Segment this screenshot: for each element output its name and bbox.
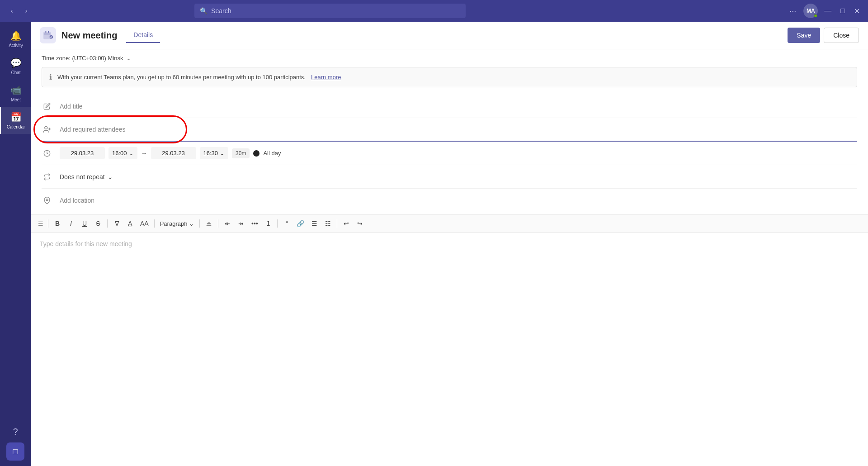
svg-rect-0 <box>44 32 51 39</box>
timezone-selector[interactable]: Time zone: (UTC+03:00) Minsk ⌄ <box>31 49 868 67</box>
indent-increase-button[interactable]: ↠ <box>235 218 247 229</box>
nav-forward-button[interactable]: › <box>20 5 33 17</box>
title-bar-right: ··· MA — □ ✕ <box>786 4 863 18</box>
font-color-button[interactable]: ∇ <box>110 218 123 229</box>
maximize-button[interactable]: □ <box>838 5 848 17</box>
avatar-status-dot <box>814 14 817 18</box>
toolbar-divider-1 <box>107 219 108 228</box>
sidebar-item-label-meet: Meet <box>11 97 21 102</box>
repeat-chevron-icon: ⌄ <box>108 173 113 181</box>
app-body: 🔔 Activity 💬 Chat 📹 Meet 📅 Calendar ? □ <box>0 22 868 466</box>
window-close-button[interactable]: ✕ <box>851 5 863 17</box>
sidebar-item-calendar[interactable]: 📅 Calendar <box>0 107 31 134</box>
start-time-select[interactable]: 16:00 ⌄ <box>108 147 137 159</box>
start-time-chevron: ⌄ <box>129 150 134 157</box>
sidebar-item-meet[interactable]: 📹 Meet <box>0 80 31 107</box>
help-button[interactable]: ? <box>9 423 21 441</box>
editor-toolbar: ☰ B I U S ∇ A̲ AA Paragraph ⌄ <box>31 214 868 233</box>
end-time-value: 16:30 <box>203 150 218 157</box>
attendees-input[interactable] <box>60 124 857 135</box>
svg-rect-1 <box>46 31 47 33</box>
editor-placeholder: Type details for this new meeting <box>40 240 132 247</box>
end-time-select[interactable]: 16:30 ⌄ <box>200 147 229 159</box>
sidebar-item-activity[interactable]: 🔔 Activity <box>0 25 31 52</box>
tab-area: Details <box>126 28 160 43</box>
header-actions: Save Close <box>788 28 859 43</box>
end-date-picker[interactable]: 29.03.23 <box>151 147 196 159</box>
chat-icon: 💬 <box>10 57 22 68</box>
bullets-button[interactable]: ••• <box>248 218 261 229</box>
sidebar-bottom: ? □ <box>0 423 31 461</box>
clock-icon <box>42 150 52 157</box>
learn-more-link[interactable]: Learn more <box>311 74 341 81</box>
title-bar: ‹ › 🔍 ··· MA — □ ✕ <box>0 0 868 22</box>
italic-button[interactable]: I <box>65 218 77 229</box>
toolbar-divider-0 <box>48 219 48 228</box>
indent-decrease-button[interactable]: ↞ <box>221 218 234 229</box>
sidebar-item-label-activity: Activity <box>9 43 23 48</box>
nav-back-button[interactable]: ‹ <box>5 5 18 17</box>
minimize-button[interactable]: — <box>821 5 834 17</box>
paragraph-chevron: ⌄ <box>189 220 194 227</box>
highlight-color-button[interactable] <box>203 219 215 228</box>
start-date-picker[interactable]: 29.03.23 <box>60 147 105 159</box>
title-row <box>42 95 857 118</box>
attendees-icon <box>42 125 52 133</box>
tab-details[interactable]: Details <box>126 28 160 43</box>
toolbar-divider-2 <box>154 219 155 228</box>
editor-area[interactable]: Type details for this new meeting <box>31 233 868 323</box>
svg-rect-2 <box>48 31 49 33</box>
title-input-wrapper <box>60 101 857 112</box>
quote-button[interactable]: “ <box>280 218 293 229</box>
table-button[interactable]: ☷ <box>321 218 334 229</box>
all-day-toggle[interactable] <box>253 150 259 157</box>
meeting-title: New meeting <box>61 30 117 41</box>
toolbar-divider-3 <box>199 219 200 228</box>
pencil-icon <box>42 103 52 110</box>
undo-button[interactable]: ↩ <box>340 218 353 229</box>
font-size-button[interactable]: AA <box>137 218 151 229</box>
search-input[interactable] <box>211 7 460 14</box>
redo-button[interactable]: ↪ <box>354 218 366 229</box>
title-input[interactable] <box>60 101 857 112</box>
location-icon <box>42 197 52 204</box>
meet-icon: 📹 <box>10 85 22 95</box>
date-time-content: 29.03.23 16:00 ⌄ → 29.03.23 16:30 ⌄ 30m <box>60 147 857 159</box>
all-day-label[interactable]: All day <box>263 150 281 157</box>
bold-button[interactable]: B <box>51 218 64 229</box>
location-input[interactable] <box>60 195 857 206</box>
search-icon: 🔍 <box>200 7 208 14</box>
save-button[interactable]: Save <box>788 28 820 43</box>
location-row <box>42 189 857 212</box>
underline-button[interactable]: U <box>78 218 91 229</box>
info-text: With your current Teams plan, you get up… <box>57 74 306 81</box>
sidebar-item-chat[interactable]: 💬 Chat <box>0 52 31 80</box>
repeat-content: Does not repeat ⌄ <box>60 173 857 181</box>
location-input-wrapper <box>60 195 857 206</box>
date-time-row: 29.03.23 16:00 ⌄ → 29.03.23 16:30 ⌄ 30m <box>42 142 857 165</box>
highlight-button[interactable]: A̲ <box>124 218 137 229</box>
more-options-button[interactable]: ··· <box>786 5 800 18</box>
repeat-icon <box>42 173 52 181</box>
timezone-chevron-icon: ⌄ <box>126 55 131 62</box>
avatar-initials: MA <box>807 8 815 14</box>
close-button[interactable]: Close <box>824 28 859 43</box>
sidebar: 🔔 Activity 💬 Chat 📹 Meet 📅 Calendar ? □ <box>0 22 31 466</box>
repeat-select[interactable]: Does not repeat ⌄ <box>60 173 113 181</box>
duration-badge: 30m <box>232 148 250 158</box>
strikethrough-button[interactable]: S <box>92 218 104 229</box>
avatar[interactable]: MA <box>803 4 818 18</box>
timezone-label: Time zone: (UTC+03:00) Minsk <box>42 55 123 62</box>
paragraph-button[interactable]: Paragraph ⌄ <box>157 219 197 229</box>
numbering-button[interactable]: 1̇ <box>262 218 274 229</box>
align-button[interactable]: ☰ <box>308 218 321 229</box>
toolbar-divider-4 <box>218 219 218 228</box>
attendees-input-wrapper <box>60 124 857 135</box>
meeting-body: Time zone: (UTC+03:00) Minsk ⌄ ℹ With yo… <box>31 49 868 466</box>
meeting-header: New meeting Details Save Close <box>31 22 868 49</box>
store-button[interactable]: □ <box>6 442 24 461</box>
paragraph-label: Paragraph <box>160 220 188 227</box>
link-button[interactable]: 🔗 <box>294 218 307 229</box>
search-bar[interactable]: 🔍 <box>194 4 466 18</box>
meeting-form: 29.03.23 16:00 ⌄ → 29.03.23 16:30 ⌄ 30m <box>31 93 868 214</box>
